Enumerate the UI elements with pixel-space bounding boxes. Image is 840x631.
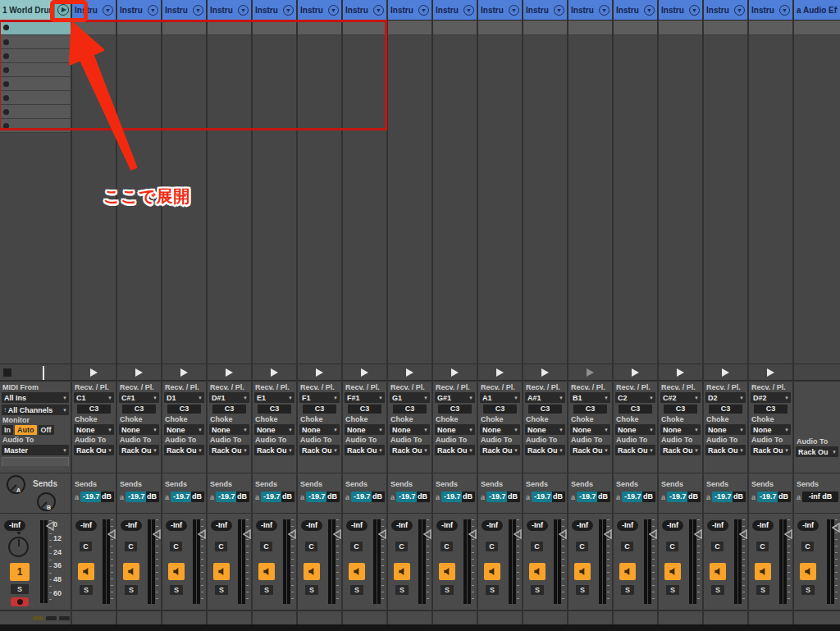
choke-dropdown[interactable]: None ▼ [74, 424, 114, 435]
clip-stop-icon[interactable] [3, 95, 9, 101]
volume-fader-handle[interactable] [107, 529, 116, 539]
clip-stop-icon[interactable] [3, 39, 9, 45]
clip-stop-row[interactable] [794, 364, 840, 382]
play-note-field[interactable]: C3 [573, 405, 607, 414]
scene-row-highlight[interactable] [208, 21, 251, 35]
chevron-down-icon[interactable]: ▼ [599, 5, 609, 16]
chevron-down-icon[interactable]: ▼ [509, 5, 519, 16]
send-amount-slider[interactable]: -19.7 dB [622, 492, 655, 502]
clip-launch-slot[interactable] [298, 364, 341, 382]
track-header[interactable]: Instru ▼ [162, 0, 206, 21]
clip-launch-slot[interactable] [478, 364, 522, 382]
audio-to-dropdown[interactable]: Rack Ou ▼ [615, 445, 655, 455]
send-amount-slider[interactable]: -19.7 dB [306, 492, 340, 502]
volume-fader-handle[interactable] [468, 529, 477, 539]
track-activator-button[interactable] [664, 563, 681, 580]
choke-dropdown[interactable]: None ▼ [435, 424, 475, 435]
clip-launch-slot[interactable] [162, 364, 206, 382]
choke-dropdown[interactable]: None ▼ [570, 424, 610, 435]
audio-to-dropdown[interactable]: Rack Ou ▼ [164, 445, 204, 455]
chevron-down-icon[interactable]: ▼ [463, 5, 474, 16]
play-icon[interactable] [316, 368, 323, 377]
track-header[interactable]: Instru ▼ [433, 0, 477, 21]
track-activator-button[interactable] [619, 563, 636, 580]
choke-dropdown[interactable]: None ▼ [119, 424, 159, 435]
send-amount-slider[interactable]: -19.7 dB [712, 492, 746, 502]
play-note-field[interactable]: C3 [122, 405, 156, 414]
chevron-down-icon[interactable]: ▼ [373, 5, 384, 16]
chevron-down-icon[interactable]: ▼ [418, 5, 429, 16]
clip-stop-icon[interactable] [3, 123, 9, 129]
chevron-down-icon[interactable]: ▼ [148, 5, 158, 16]
clip-launch-slot[interactable] [253, 364, 296, 382]
play-icon[interactable] [226, 368, 233, 377]
audio-to-dropdown[interactable]: Rack Ou ▼ [570, 445, 610, 455]
chevron-down-icon[interactable]: ▼ [103, 5, 113, 16]
play-note-field[interactable]: C3 [709, 405, 742, 414]
clip-stop-icon[interactable] [3, 25, 9, 30]
track-activator-button[interactable] [258, 563, 275, 580]
clip-stop-icon[interactable] [3, 81, 9, 87]
choke-dropdown[interactable]: None ▼ [480, 424, 520, 435]
audio-to-dropdown[interactable]: Rack Ou ▼ [480, 445, 520, 455]
send-amount-slider[interactable]: -19.7 dB [351, 492, 385, 502]
pan-control[interactable]: C [801, 542, 814, 551]
pan-control[interactable]: C [531, 542, 543, 551]
audio-to-dropdown[interactable]: Rack Ou ▼ [119, 445, 159, 455]
volume-fader-handle[interactable] [649, 529, 657, 539]
pan-control[interactable]: C [711, 542, 724, 551]
chevron-down-icon[interactable]: ▼ [779, 5, 790, 16]
track-header[interactable]: 1 World Drum [0, 0, 71, 21]
clip-stop-icon[interactable] [3, 53, 9, 59]
clip-slot[interactable] [0, 77, 71, 91]
clip-slot[interactable] [0, 35, 71, 49]
pan-control[interactable]: C [756, 542, 769, 551]
choke-dropdown[interactable]: None ▼ [299, 424, 340, 435]
audio-to-dropdown[interactable]: Master ▼ [2, 445, 69, 455]
solo-button[interactable]: S [350, 585, 363, 595]
volume-value[interactable]: -Inf [527, 520, 548, 531]
receive-note-dropdown[interactable]: G1 ▼ [390, 392, 430, 403]
track-activator-button[interactable] [168, 563, 185, 580]
play-note-field[interactable]: C3 [754, 405, 788, 414]
solo-button[interactable]: S [215, 585, 228, 595]
clip-slot[interactable] [0, 91, 71, 105]
audio-to-dropdown[interactable]: Rack Ou ▼ [705, 445, 746, 455]
clip-slot[interactable] [0, 63, 71, 77]
scene-row-highlight[interactable] [162, 21, 206, 35]
scene-row-highlight[interactable] [478, 21, 522, 35]
clip-launch-slot[interactable] [208, 364, 251, 382]
volume-fader-handle[interactable] [378, 529, 386, 539]
audio-to-dropdown[interactable]: Rack Ou ▼ [660, 445, 701, 455]
volume-fader-handle[interactable] [243, 529, 251, 539]
track-activator-button[interactable] [710, 563, 726, 580]
chevron-down-icon[interactable]: ▼ [328, 5, 339, 16]
play-note-field[interactable]: C3 [348, 405, 381, 414]
track-activator-button[interactable] [78, 563, 94, 580]
send-amount-slider[interactable]: -19.7 dB [486, 492, 520, 502]
clip-launch-slot[interactable] [568, 364, 612, 382]
track-header[interactable]: Instru ▼ [208, 0, 251, 21]
volume-value[interactable]: -Inf [121, 520, 142, 531]
monitor-auto-button[interactable]: Auto [15, 425, 37, 435]
play-icon[interactable] [361, 368, 368, 377]
volume-value[interactable]: -Inf [662, 520, 683, 531]
track-header[interactable]: Instru ▼ [659, 0, 702, 21]
receive-note-dropdown[interactable]: C#2 ▼ [660, 392, 701, 403]
solo-button[interactable]: S [170, 585, 183, 595]
play-note-field[interactable]: C3 [393, 405, 427, 414]
track-header[interactable]: Instru ▼ [614, 0, 657, 21]
solo-button[interactable]: S [621, 585, 634, 595]
volume-value[interactable]: -Inf [211, 520, 232, 531]
clip-launch-slot[interactable] [614, 364, 657, 382]
choke-dropdown[interactable]: None ▼ [525, 424, 565, 435]
track-activator-button[interactable] [574, 563, 591, 580]
arm-record-button[interactable] [11, 597, 29, 606]
pan-control[interactable]: C [125, 542, 137, 551]
receive-note-dropdown[interactable]: E1 ▼ [254, 392, 294, 403]
play-note-field[interactable]: C3 [77, 405, 111, 414]
choke-dropdown[interactable]: None ▼ [751, 424, 791, 435]
choke-dropdown[interactable]: None ▼ [164, 424, 204, 435]
scene-row-highlight[interactable] [659, 21, 702, 35]
play-icon[interactable] [632, 368, 639, 377]
